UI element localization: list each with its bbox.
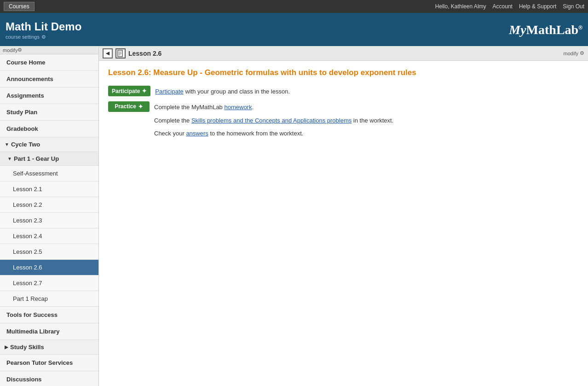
sidebar-item-gradebook[interactable]: Gradebook xyxy=(0,121,98,137)
sidebar-section-study-skills[interactable]: ▶ Study Skills xyxy=(0,340,98,355)
skills-problems-link[interactable]: Skills problems and the Concepts and App… xyxy=(191,117,352,124)
account-link[interactable]: Account xyxy=(493,3,513,10)
sidebar-modify-bar[interactable]: modify ⚙ xyxy=(0,46,98,54)
practice-badge[interactable]: Practice ✦ xyxy=(108,101,150,112)
sidebar-item-pearson-tutor[interactable]: Pearson Tutor Services xyxy=(0,355,98,371)
page-icon xyxy=(115,48,126,58)
part1-expand-icon: ▼ xyxy=(7,156,12,161)
practice-row: Practice ✦ Complete the MyMathLab homewo… xyxy=(108,101,579,142)
sidebar-item-lesson-2-7[interactable]: Lesson 2.7 xyxy=(0,275,98,291)
sidebar-modify-label: modify xyxy=(3,47,17,53)
sidebar-item-announcements[interactable]: Announcements xyxy=(0,71,98,88)
sidebar-subsection-part1-gearup[interactable]: ▼ Part 1 - Gear Up xyxy=(0,152,98,166)
main-modify-bar[interactable]: modify ⚙ xyxy=(564,50,584,56)
help-support-link[interactable]: Help & Support xyxy=(519,3,556,10)
top-navigation: Courses Hello, Kathleen Almy Account Hel… xyxy=(0,0,588,13)
cycle-two-label: Cycle Two xyxy=(11,141,40,148)
top-nav-right: Hello, Kathleen Almy Account Help & Supp… xyxy=(435,3,584,10)
collapse-panel-button[interactable]: ◀ xyxy=(103,48,113,58)
sidebar-gear-icon: ⚙ xyxy=(17,47,22,53)
participate-row: Participate ✦ Participate with your grou… xyxy=(108,86,579,97)
courses-button[interactable]: Courses xyxy=(4,2,35,11)
sidebar-section-cycle-two[interactable]: ▼ Cycle Two xyxy=(0,137,98,152)
mymathlab-logo: MyMathLab® xyxy=(509,23,582,37)
answers-link[interactable]: answers xyxy=(186,130,208,137)
course-settings-link[interactable]: course settings ⚙ xyxy=(6,34,81,40)
practice-badge-icon: ✦ xyxy=(138,103,143,110)
sidebar-item-multimedia-library[interactable]: Multimedia Library xyxy=(0,323,98,340)
participate-link[interactable]: Participate xyxy=(155,88,183,95)
part1-label: Part 1 - Gear Up xyxy=(14,155,59,162)
participate-content: Participate with your group and class in… xyxy=(155,86,579,97)
sidebar-item-self-assessment[interactable]: Self-Assessment xyxy=(0,166,98,181)
practice-content: Complete the MyMathLab homework. Complet… xyxy=(154,101,579,142)
main-modify-label: modify xyxy=(564,51,578,56)
sidebar-item-discussions[interactable]: Discussions xyxy=(0,371,98,386)
sign-out-link[interactable]: Sign Out xyxy=(563,3,584,10)
sidebar-item-lesson-2-5[interactable]: Lesson 2.5 xyxy=(0,244,98,260)
main-gear-icon: ⚙ xyxy=(580,50,584,56)
practice-item-1: Complete the MyMathLab homework. xyxy=(154,103,579,112)
study-skills-expand-icon: ▶ xyxy=(5,345,8,350)
sidebar-item-lesson-2-2[interactable]: Lesson 2.2 xyxy=(0,197,98,213)
settings-gear-icon: ⚙ xyxy=(41,34,46,40)
sidebar-item-study-plan[interactable]: Study Plan xyxy=(0,104,98,121)
sidebar-item-lesson-2-3[interactable]: Lesson 2.3 xyxy=(0,213,98,228)
course-header: Math Lit Demo course settings ⚙ MyMathLa… xyxy=(0,13,588,46)
sidebar-item-tools-for-success[interactable]: Tools for Success xyxy=(0,307,98,323)
hello-text: Hello, Kathleen Almy xyxy=(435,3,486,10)
homework-link[interactable]: homework xyxy=(224,104,252,111)
lesson-content: Lesson 2.6: Measure Up - Geometric formu… xyxy=(99,61,588,154)
practice-item-3: Check your answers to the homework from … xyxy=(154,129,579,139)
main-header-bar: ◀ Lesson 2.6 modify ⚙ xyxy=(99,46,588,61)
course-title: Math Lit Demo xyxy=(6,20,81,33)
sidebar-item-part-1-recap[interactable]: Part 1 Recap xyxy=(0,291,98,307)
main-content: ◀ Lesson 2.6 modify ⚙ Lesson 2.6: Measur… xyxy=(99,46,588,386)
participate-badge-icon: ✦ xyxy=(142,88,147,94)
sidebar: modify ⚙ Course Home Announcements Assig… xyxy=(0,46,99,386)
header-left: Math Lit Demo course settings ⚙ xyxy=(6,20,81,40)
study-skills-label: Study Skills xyxy=(10,344,44,351)
sidebar-item-course-home[interactable]: Course Home xyxy=(0,54,98,71)
lesson-title-bar: ◀ Lesson 2.6 xyxy=(103,48,161,58)
participate-badge-label: Participate xyxy=(112,88,140,94)
sidebar-item-assignments[interactable]: Assignments xyxy=(0,88,98,104)
lesson-heading: Lesson 2.6: Measure Up - Geometric formu… xyxy=(108,68,579,77)
sidebar-item-lesson-2-1[interactable]: Lesson 2.1 xyxy=(0,181,98,197)
participate-badge[interactable]: Participate ✦ xyxy=(108,86,150,96)
practice-item-2: Complete the Skills problems and the Con… xyxy=(154,116,579,126)
cycle-two-expand-icon: ▼ xyxy=(5,142,9,147)
lesson-bar-title: Lesson 2.6 xyxy=(128,50,161,57)
sidebar-item-lesson-2-6[interactable]: Lesson 2.6 xyxy=(0,260,98,275)
main-layout: modify ⚙ Course Home Announcements Assig… xyxy=(0,46,588,386)
practice-badge-label: Practice xyxy=(115,103,136,110)
sidebar-item-lesson-2-4[interactable]: Lesson 2.4 xyxy=(0,228,98,244)
